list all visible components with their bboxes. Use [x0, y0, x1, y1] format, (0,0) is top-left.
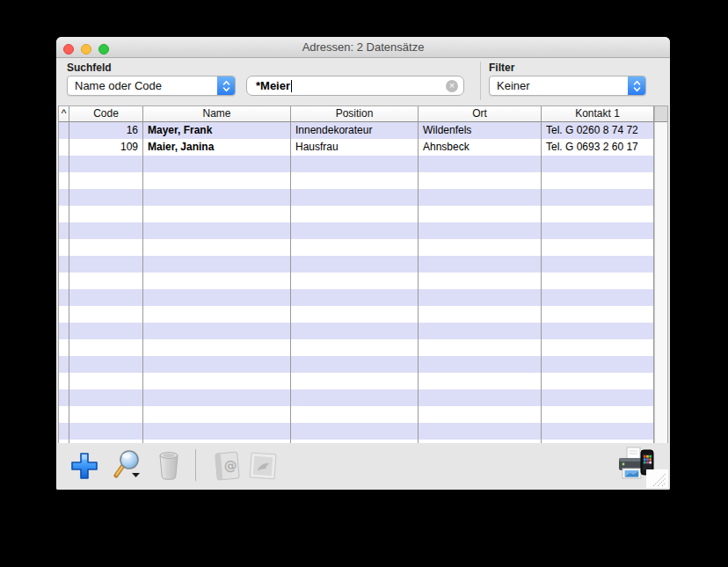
trash-icon	[155, 470, 183, 485]
table-row-empty[interactable]	[59, 273, 654, 289]
table-row-empty[interactable]	[59, 172, 654, 189]
resize-grip[interactable]	[646, 469, 668, 488]
table-row[interactable]: 16 Mayer, Frank Innendekorateur Wildenfe…	[59, 122, 654, 139]
search-input-value: *Meier	[256, 79, 290, 92]
suchfeld-label: Suchfeld	[67, 62, 112, 74]
column-header-code[interactable]: Code	[69, 106, 143, 121]
footer-toolbar: @	[56, 443, 670, 490]
cell-position: Innendekorateur	[291, 122, 419, 139]
table-row-empty[interactable]	[59, 323, 654, 339]
table-row-empty[interactable]	[59, 339, 654, 356]
contact-photo-button[interactable]	[248, 451, 280, 486]
table-row[interactable]: 109 Maier, Janina Hausfrau Ahnsbeck Tel.…	[59, 139, 654, 156]
delete-record-button[interactable]	[155, 449, 183, 486]
contact-photo-icon	[248, 470, 280, 485]
window-title: Adressen: 2 Datensätze	[56, 37, 670, 58]
search-records-button[interactable]	[111, 448, 146, 487]
filter-selector[interactable]: Keiner	[489, 76, 646, 96]
cell-ort: Wildenfels	[419, 122, 542, 139]
magnifier-icon	[111, 471, 146, 486]
cell-ort: Ahnsbeck	[419, 139, 542, 156]
footer-divider	[195, 449, 196, 481]
cell-position: Hausfrau	[291, 139, 419, 156]
text-cursor	[291, 80, 292, 92]
table-row-empty[interactable]	[59, 373, 654, 389]
cell-name: Mayer, Frank	[143, 122, 291, 139]
table-row-empty[interactable]	[59, 206, 654, 222]
table-row-empty[interactable]	[59, 389, 654, 406]
column-header-name[interactable]: Name	[143, 106, 291, 121]
table-row-empty[interactable]	[59, 289, 654, 306]
scrollbar-corner	[654, 106, 667, 121]
column-header-ort[interactable]: Ort	[419, 106, 542, 121]
search-field-selector[interactable]: Name oder Code	[67, 76, 236, 96]
column-header-position[interactable]: Position	[291, 106, 419, 121]
toolbar-divider	[480, 62, 481, 100]
cell-kontakt1: Tel. G 0260 8 74 72	[542, 122, 654, 139]
clear-search-icon[interactable]: ×	[446, 80, 458, 92]
plus-icon	[69, 469, 100, 484]
title-bar: Adressen: 2 Datensätze	[56, 37, 670, 58]
table-row-empty[interactable]	[59, 239, 654, 256]
filter-label: Filter	[489, 62, 514, 74]
table-body: 16 Mayer, Frank Innendekorateur Wildenfe…	[59, 122, 654, 443]
address-book-button[interactable]: @	[211, 449, 244, 486]
vertical-scrollbar[interactable]	[654, 122, 667, 443]
table-row-empty[interactable]	[59, 356, 654, 373]
cell-code: 16	[69, 122, 143, 139]
chevron-updown-icon	[628, 76, 645, 95]
table-row-empty[interactable]	[59, 306, 654, 323]
filter-selector-value: Keiner	[490, 79, 628, 92]
table-row-empty[interactable]	[59, 189, 654, 206]
table-row-empty[interactable]	[59, 256, 654, 273]
table-row-empty[interactable]	[59, 222, 654, 239]
cell-kontakt1: Tel. G 0693 2 60 17	[542, 139, 654, 156]
table-row-empty[interactable]	[59, 406, 654, 423]
sort-indicator[interactable]: ^	[59, 106, 69, 121]
address-book-icon: @	[211, 470, 244, 485]
records-table: ^ Code Name Position Ort Kontakt 1 16 Ma…	[58, 105, 668, 443]
table-header: ^ Code Name Position Ort Kontakt 1	[59, 106, 667, 122]
cell-name: Maier, Janina	[143, 139, 291, 156]
search-toolbar: Suchfeld Name oder Code *Meier × Filter …	[56, 59, 670, 105]
table-row-empty[interactable]	[59, 423, 654, 440]
table-row-empty[interactable]	[59, 156, 654, 172]
cell-code: 109	[69, 139, 143, 156]
column-header-kontakt1[interactable]: Kontakt 1	[542, 106, 654, 121]
app-window: Adressen: 2 Datensätze Suchfeld Name ode…	[56, 37, 670, 490]
search-field-selector-value: Name oder Code	[68, 79, 217, 92]
chevron-updown-icon	[217, 76, 235, 95]
svg-text:@: @	[223, 457, 238, 474]
search-input[interactable]: *Meier ×	[246, 76, 464, 96]
add-record-button[interactable]	[69, 450, 100, 485]
